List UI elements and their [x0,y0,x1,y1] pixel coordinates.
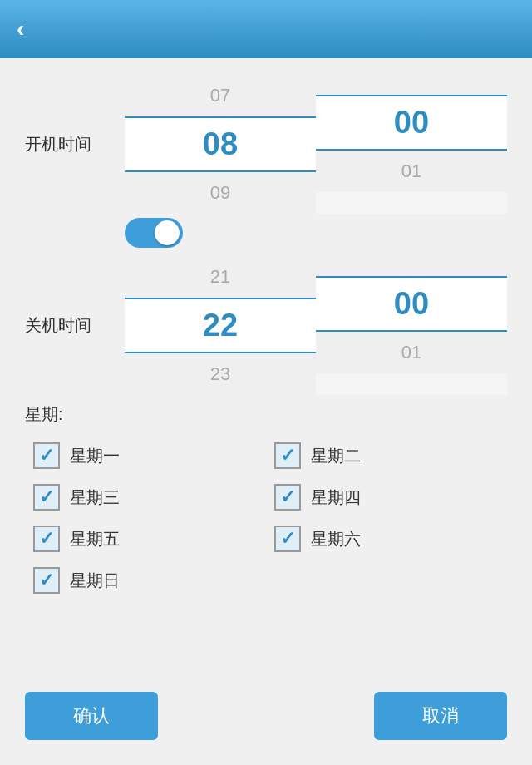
on-minute-selected: 00 [316,95,507,151]
day-item-wednesday[interactable]: ✓ 星期三 [33,484,258,511]
day-item-saturday[interactable]: ✓ 星期六 [274,526,499,552]
on-time-section: 开机时间 07 08 09 00 01 [25,75,507,214]
checkbox-monday[interactable]: ✓ [33,442,60,469]
checkmark-wednesday: ✓ [39,488,54,506]
off-time-picker[interactable]: 21 22 23 00 01 [125,256,507,395]
checkbox-tuesday[interactable]: ✓ [274,442,301,469]
checkmark-monday: ✓ [39,447,54,465]
days-section: 星期: ✓ 星期一 ✓ 星期二 ✓ 星期三 [25,403,507,594]
day-item-monday[interactable]: ✓ 星期一 [33,442,258,469]
checkmark-friday: ✓ [39,530,54,548]
off-time-hour-col[interactable]: 21 22 23 [125,256,316,395]
checkbox-saturday[interactable]: ✓ [274,526,301,552]
checkbox-friday[interactable]: ✓ [33,526,60,552]
off-hour-below: 23 [125,353,316,395]
on-time-minute-col[interactable]: 00 01 [316,75,507,214]
back-button[interactable]: ‹ [17,16,24,42]
checkbox-thursday[interactable]: ✓ [274,484,301,511]
main-content: 开机时间 07 08 09 00 01 关机时间 21 22 [0,58,532,610]
day-label-friday: 星期五 [70,528,120,550]
on-time-label: 开机时间 [25,133,125,155]
on-hour-selected: 08 [125,116,316,172]
day-item-thursday[interactable]: ✓ 星期四 [274,484,499,511]
off-hour-above: 21 [125,256,316,298]
schedule-toggle[interactable] [125,218,183,248]
checkbox-wednesday[interactable]: ✓ [33,484,60,511]
off-minute-below: 01 [316,332,507,373]
checkmark-tuesday: ✓ [280,447,295,465]
day-label-sunday: 星期日 [70,570,120,592]
toggle-knob [155,220,180,245]
day-item-sunday[interactable]: ✓ 星期日 [33,567,258,594]
checkmark-sunday: ✓ [39,571,54,590]
off-time-section: 关机时间 21 22 23 00 01 [25,256,507,395]
confirm-button[interactable]: 确认 [25,692,158,740]
off-time-label: 关机时间 [25,314,125,337]
toggle-row [25,218,507,248]
off-minute-selected: 00 [316,276,507,332]
off-minute-above [316,256,507,276]
day-label-monday: 星期一 [70,445,120,467]
days-title: 星期: [25,403,507,426]
bottom-buttons: 确认 取消 [0,692,532,740]
on-minute-below: 01 [316,151,507,192]
day-label-thursday: 星期四 [311,486,361,509]
on-minute-above [316,75,507,95]
on-time-hour-col[interactable]: 07 08 09 [125,75,316,214]
on-time-picker[interactable]: 07 08 09 00 01 [125,75,507,214]
checkmark-saturday: ✓ [280,530,295,548]
day-item-tuesday[interactable]: ✓ 星期二 [274,442,499,469]
day-label-tuesday: 星期二 [311,445,361,467]
day-label-wednesday: 星期三 [70,486,120,509]
checkbox-sunday[interactable]: ✓ [33,567,60,594]
off-time-minute-col[interactable]: 00 01 [316,256,507,395]
header: ‹ [0,0,532,58]
checkmark-thursday: ✓ [280,488,295,506]
day-label-saturday: 星期六 [311,528,361,550]
cancel-button[interactable]: 取消 [374,692,507,740]
day-item-friday[interactable]: ✓ 星期五 [33,526,258,552]
days-grid: ✓ 星期一 ✓ 星期二 ✓ 星期三 ✓ 星期四 [25,442,507,594]
on-hour-above: 07 [125,75,316,116]
on-hour-below: 09 [125,172,316,214]
off-hour-selected: 22 [125,298,316,353]
